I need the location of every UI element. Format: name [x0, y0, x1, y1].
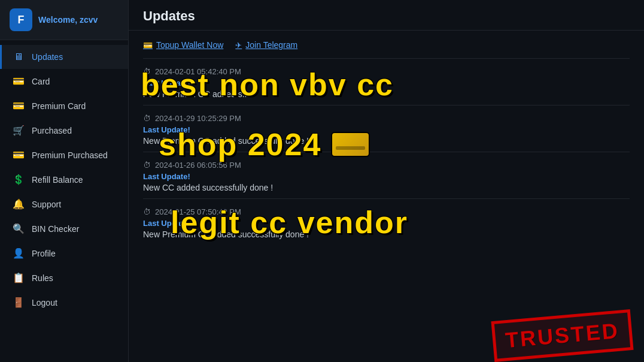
update-entry-4: ⏱ 2024-01-25 07:50:48 PM Last Update New… [143, 198, 630, 245]
sidebar-item-label: Refill Balance [32, 175, 83, 185]
premium-purchased-icon: 💳 [13, 149, 25, 161]
topup-icon [143, 40, 153, 50]
update-message-1: New Premium CC added s... [143, 89, 630, 99]
page-title: Updates [143, 8, 630, 24]
app-logo: F [10, 8, 32, 31]
sidebar-item-profile[interactable]: 👤 Profile [0, 241, 128, 266]
update-label-1: Last Update! [143, 79, 630, 88]
trusted-stamp: TRUSTED [491, 309, 633, 362]
sidebar-item-label: Updates [32, 52, 63, 62]
timestamp-4: ⏱ 2024-01-25 07:50:48 PM [143, 207, 630, 216]
sidebar-item-support[interactable]: 🔔 Support [0, 192, 128, 216]
sidebar-item-card[interactable]: 💳 Card [0, 69, 128, 93]
sidebar-item-label: Support [32, 200, 61, 209]
sidebar-item-label: Premium Card [32, 101, 86, 111]
welcome-text: Welcome, zcvv [38, 15, 98, 25]
sidebar-item-rules[interactable]: 📋 Rules [0, 266, 128, 290]
clock-icon-2: ⏱ [143, 114, 151, 123]
action-links-row: Topup Wallet Now Join Telegram [143, 40, 630, 50]
sidebar-item-updates[interactable]: 🖥 Updates [0, 45, 128, 69]
rules-icon: 📋 [13, 272, 25, 283]
update-label-2: Last Update! [143, 125, 630, 134]
update-label-4: Last Update [143, 219, 630, 228]
update-message-4: New Premium CC added successfully done ! [143, 230, 630, 239]
telegram-label: Join Telegram [245, 40, 297, 50]
sidebar-item-label: BIN Checker [32, 224, 79, 234]
clock-icon-4: ⏱ [143, 207, 151, 216]
update-entry-2: ⏱ 2024-01-29 10:25:29 PM Last Update! Ne… [143, 105, 630, 152]
topup-wallet-link[interactable]: Topup Wallet Now [143, 40, 223, 50]
sidebar-item-premium-card[interactable]: 💳 Premium Card [0, 93, 128, 118]
support-icon: 🔔 [13, 198, 25, 210]
sidebar-item-label: Purchased [32, 126, 72, 135]
timestamp-2: ⏱ 2024-01-29 10:25:29 PM [143, 114, 630, 123]
update-message-3: New CC added successfully done ! [143, 183, 630, 192]
premium-card-icon: 💳 [13, 100, 25, 111]
timestamp-3: ⏱ 2024-01-26 06:05:56 PM [143, 161, 630, 170]
sidebar-item-label: Logout [32, 298, 57, 307]
card-icon: 💳 [13, 76, 25, 87]
clock-icon-3: ⏱ [143, 161, 151, 170]
sidebar-item-refill-balance[interactable]: 💲 Refill Balance [0, 167, 128, 192]
sidebar-nav: 🖥 Updates 💳 Card 💳 Premium Card 🛒 Purcha… [0, 40, 128, 362]
join-telegram-link[interactable]: Join Telegram [235, 40, 297, 50]
search-icon: 🔍 [13, 223, 25, 234]
topup-label: Topup Wallet Now [156, 40, 223, 50]
update-entry-3: ⏱ 2024-01-26 06:05:56 PM Last Update! Ne… [143, 152, 630, 198]
monitor-icon: 🖥 [13, 52, 25, 62]
logout-icon: 🚪 [13, 297, 25, 308]
update-entry-1: ⏱ 2024-02-01 05:42:40 PM Last Update! Ne… [143, 58, 630, 105]
sidebar-item-premium-purchased[interactable]: 💳 Premium Purchased [0, 143, 128, 167]
cart-icon: 🛒 [13, 125, 25, 136]
clock-icon-1: ⏱ [143, 67, 151, 76]
update-label-3: Last Update! [143, 172, 630, 181]
sidebar-item-label: Rules [32, 273, 53, 283]
sidebar-item-logout[interactable]: 🚪 Logout [0, 290, 128, 315]
sidebar-item-bin-checker[interactable]: 🔍 BIN Checker [0, 216, 128, 241]
update-message-2: New Premium CC added successfully done ! [143, 136, 630, 146]
updates-content: Topup Wallet Now Join Telegram ⏱ 2024-02… [129, 31, 644, 362]
dollar-icon: 💲 [13, 174, 25, 185]
main-content-area: Updates Topup Wallet Now Join Telegram ⏱… [129, 0, 644, 362]
timestamp-1: ⏱ 2024-02-01 05:42:40 PM [143, 67, 630, 76]
sidebar-item-label: Card [32, 77, 50, 86]
sidebar-item-label: Premium Purchased [32, 150, 108, 160]
sidebar-item-purchased[interactable]: 🛒 Purchased [0, 118, 128, 143]
telegram-icon [235, 40, 242, 50]
sidebar-header: F Welcome, zcvv [0, 0, 128, 40]
profile-icon: 👤 [13, 248, 25, 259]
sidebar: F Welcome, zcvv 🖥 Updates 💳 Card 💳 Premi… [0, 0, 129, 362]
main-header: Updates [129, 0, 644, 31]
sidebar-item-label: Profile [32, 249, 56, 258]
